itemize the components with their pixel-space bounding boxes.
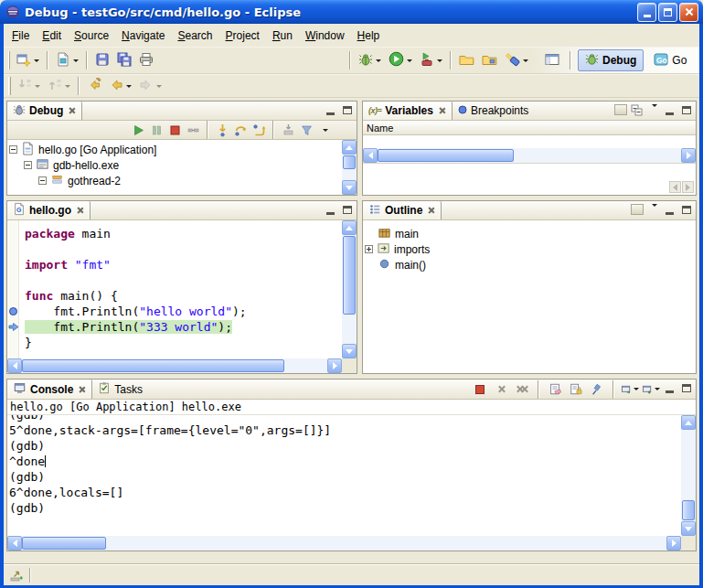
forward-button[interactable]: [135, 75, 165, 97]
scroll-right-button[interactable]: [666, 536, 681, 551]
titlebar[interactable]: Debug - testGo/src/cmd/hello.go - Eclips…: [0, 0, 703, 24]
tree-item-process[interactable]: gdb-hello.exe: [7, 157, 342, 173]
console-output[interactable]: (gdb) 5^done,stack-args=[frame={level="0…: [7, 415, 681, 536]
view-menu-button[interactable]: [316, 122, 333, 138]
clear-console-button[interactable]: [546, 381, 564, 398]
scroll-thumb[interactable]: [682, 500, 695, 520]
tab-tasks[interactable]: Tasks: [92, 380, 148, 399]
menu-search[interactable]: Search: [171, 27, 218, 45]
menu-help[interactable]: Help: [351, 27, 387, 45]
resume-button[interactable]: [130, 122, 146, 138]
outline-tree[interactable]: main imports main(): [363, 220, 696, 373]
tree-item-launch[interactable]: hello.go [Go Application]: [7, 142, 342, 157]
code-editor[interactable]: package main import "fmt" func main() { …: [19, 220, 342, 358]
next-annotation-button[interactable]: [14, 75, 44, 97]
maximize-view-button[interactable]: [340, 104, 354, 118]
scroll-right-button[interactable]: [681, 148, 696, 163]
outline-item-package[interactable]: main: [363, 226, 696, 241]
terminate-button[interactable]: [471, 381, 489, 398]
step-return-button[interactable]: [250, 122, 267, 138]
maximize-view-button[interactable]: [679, 382, 693, 396]
scroll-left-button[interactable]: [7, 358, 22, 373]
expand-icon[interactable]: [365, 245, 373, 253]
outline-item-imports[interactable]: imports: [363, 241, 696, 257]
fast-view-button[interactable]: [9, 568, 24, 583]
minimize-view-button[interactable]: [663, 204, 676, 218]
scroll-left-button[interactable]: [669, 181, 681, 193]
scroll-thumb[interactable]: [343, 236, 356, 315]
tree-item-thread[interactable]: gothread-2: [7, 173, 342, 188]
variables-detail-pane[interactable]: [363, 163, 696, 195]
scroll-left-button[interactable]: [363, 148, 378, 163]
last-edit-location-button[interactable]: [83, 75, 105, 97]
previous-annot-button[interactable]: [44, 75, 74, 97]
minimize-view-button[interactable]: [324, 104, 337, 118]
editor-vscrollbar[interactable]: [342, 220, 357, 358]
variables-tree-area[interactable]: [363, 135, 696, 148]
editor-marker-bar[interactable]: [7, 220, 19, 358]
maximize-view-button[interactable]: [340, 204, 354, 218]
disconnect-button[interactable]: [185, 122, 201, 138]
tab-console[interactable]: Console: [7, 380, 92, 399]
open-folder-button-2[interactable]: [478, 49, 501, 71]
breakpoint-marker-icon[interactable]: [8, 306, 18, 319]
scroll-lock-button[interactable]: [567, 381, 585, 398]
menu-file[interactable]: File: [5, 27, 36, 45]
back-button[interactable]: [105, 75, 135, 97]
collapse-icon[interactable]: [9, 145, 17, 154]
tab-editor-hello-go[interactable]: G hello.go: [7, 201, 91, 219]
close-icon[interactable]: [79, 386, 86, 393]
open-console-button[interactable]: [642, 381, 660, 398]
scroll-right-button[interactable]: [327, 358, 342, 373]
debug-tree-vscrollbar[interactable]: [342, 140, 357, 195]
new-go-element-button[interactable]: [52, 49, 82, 71]
save-button[interactable]: [91, 49, 113, 71]
variables-hscrollbar[interactable]: [363, 148, 696, 163]
scroll-left-button[interactable]: [7, 536, 22, 551]
external-tools-button[interactable]: [416, 49, 446, 71]
perspective-debug-button[interactable]: Debug: [578, 49, 644, 71]
collapse-icon[interactable]: [24, 161, 32, 169]
close-icon[interactable]: [428, 207, 435, 214]
use-step-filters-button[interactable]: [298, 122, 314, 138]
close-icon[interactable]: [69, 107, 76, 114]
remove-all-launches-button[interactable]: [513, 381, 531, 398]
tab-breakpoints[interactable]: Breakpoints: [453, 102, 534, 120]
sort-button[interactable]: [630, 204, 644, 218]
terminate-button[interactable]: [166, 122, 183, 138]
debug-launch-tree[interactable]: hello.go [Go Application] gdb-hello.exe: [7, 140, 342, 195]
scroll-up-button[interactable]: [342, 220, 357, 235]
toolbar-handle[interactable]: [8, 51, 10, 69]
new-wizard-button[interactable]: [13, 49, 43, 71]
tab-variables[interactable]: (x)= Variables: [363, 102, 453, 120]
tab-debug[interactable]: Debug: [7, 102, 82, 120]
scroll-down-button[interactable]: [681, 521, 696, 536]
close-button[interactable]: [679, 3, 698, 22]
scroll-up-button[interactable]: [681, 415, 696, 430]
menu-run[interactable]: Run: [266, 27, 299, 45]
print-button[interactable]: [135, 49, 157, 71]
minimize-button[interactable]: [637, 3, 656, 22]
step-into-button[interactable]: [214, 122, 230, 138]
open-perspective-button[interactable]: [541, 49, 563, 71]
menu-project[interactable]: Project: [219, 27, 266, 45]
close-icon[interactable]: [439, 107, 446, 114]
editor-hscrollbar[interactable]: [7, 358, 357, 373]
minimize-view-button[interactable]: [663, 382, 676, 396]
toolbar-handle[interactable]: [8, 77, 11, 95]
menu-source[interactable]: Source: [68, 27, 115, 45]
view-menu-button[interactable]: [646, 104, 660, 118]
maximize-view-button[interactable]: [679, 204, 693, 218]
detail-pane-scrollbar[interactable]: [669, 181, 694, 193]
outline-item-main-func[interactable]: main(): [363, 257, 696, 273]
show-type-names-button[interactable]: [613, 104, 627, 118]
close-icon[interactable]: [77, 207, 84, 214]
debug-dropdown-button[interactable]: [355, 49, 385, 71]
menu-edit[interactable]: Edit: [36, 27, 68, 45]
scroll-up-button[interactable]: [342, 140, 357, 155]
step-over-button[interactable]: [232, 122, 249, 138]
maximize-button[interactable]: [658, 3, 677, 22]
drop-to-frame-button[interactable]: [280, 122, 296, 138]
console-vscrollbar[interactable]: [681, 415, 696, 536]
save-all-button[interactable]: [113, 49, 135, 71]
